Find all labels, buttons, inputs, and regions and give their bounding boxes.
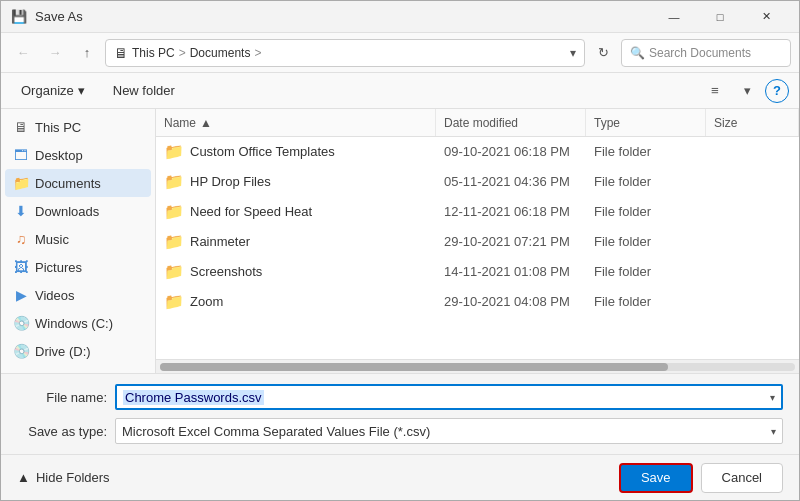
file-name-cell: 📁 Need for Speed Heat xyxy=(156,202,436,221)
save-as-dialog: 💾 Save As — □ ✕ ← → ↑ 🖥 This PC > Docume… xyxy=(0,0,800,501)
sidebar-item-this-pc[interactable]: 🖥 This PC xyxy=(5,113,151,141)
col-date-label: Date modified xyxy=(444,116,518,130)
savetype-value: Microsoft Excel Comma Separated Values F… xyxy=(122,424,430,439)
address-box[interactable]: 🖥 This PC > Documents > ▾ xyxy=(105,39,585,67)
file-name-cell: 📁 HP Drop Files xyxy=(156,172,436,191)
chevron-up-icon: ▲ xyxy=(17,470,30,485)
toolbar-right: ≡ ▾ ? xyxy=(701,77,789,105)
folder-icon: 📁 xyxy=(164,172,184,191)
col-header-type[interactable]: Type xyxy=(586,109,706,136)
sidebar-label-documents: Documents xyxy=(35,176,101,191)
table-row[interactable]: 📁 Rainmeter 29-10-2021 07:21 PM File fol… xyxy=(156,227,799,257)
organize-button[interactable]: Organize ▾ xyxy=(11,77,95,105)
file-type-cell: File folder xyxy=(586,264,706,279)
scrollbar-track xyxy=(160,363,795,371)
file-type-cell: File folder xyxy=(586,204,706,219)
folder-icon: 📁 xyxy=(164,232,184,251)
back-button[interactable]: ← xyxy=(9,39,37,67)
file-type-cell: File folder xyxy=(586,174,706,189)
sidebar-label-this-pc: This PC xyxy=(35,120,81,135)
file-name-cell: 📁 Zoom xyxy=(156,292,436,311)
col-header-name[interactable]: Name ▲ xyxy=(156,109,436,136)
file-name: Need for Speed Heat xyxy=(190,204,312,219)
file-date-cell: 29-10-2021 07:21 PM xyxy=(436,234,586,249)
minimize-button[interactable]: — xyxy=(651,1,697,33)
file-date-cell: 14-11-2021 01:08 PM xyxy=(436,264,586,279)
refresh-button[interactable]: ↻ xyxy=(589,39,617,67)
search-box[interactable]: 🔍 Search Documents xyxy=(621,39,791,67)
file-date-cell: 09-10-2021 06:18 PM xyxy=(436,144,586,159)
folder-icon: 📁 xyxy=(164,202,184,221)
help-button[interactable]: ? xyxy=(765,79,789,103)
titlebar: 💾 Save As — □ ✕ xyxy=(1,1,799,33)
filename-input[interactable]: Chrome Passwords.csv ▾ xyxy=(115,384,783,410)
savetype-label: Save as type: xyxy=(17,424,107,439)
sidebar: 🖥 This PC 🗔 Desktop 📁 Documents ⬇ Downlo… xyxy=(1,109,156,373)
file-date-cell: 29-10-2021 04:08 PM xyxy=(436,294,586,309)
sidebar-item-drive-d[interactable]: 💿 Drive (D:) xyxy=(5,337,151,365)
sort-button[interactable]: ▾ xyxy=(733,77,761,105)
col-type-label: Type xyxy=(594,116,620,130)
table-row[interactable]: 📁 Need for Speed Heat 12-11-2021 06:18 P… xyxy=(156,197,799,227)
close-button[interactable]: ✕ xyxy=(743,1,789,33)
downloads-icon: ⬇ xyxy=(13,203,29,219)
table-row[interactable]: 📁 HP Drop Files 05-11-2021 04:36 PM File… xyxy=(156,167,799,197)
folder-icon: 📁 xyxy=(164,262,184,281)
maximize-button[interactable]: □ xyxy=(697,1,743,33)
pictures-icon: 🖼 xyxy=(13,259,29,275)
bottom-form: File name: Chrome Passwords.csv ▾ Save a… xyxy=(1,373,799,454)
savetype-select[interactable]: Microsoft Excel Comma Separated Values F… xyxy=(115,418,783,444)
hide-folders-button[interactable]: ▲ Hide Folders xyxy=(17,470,110,485)
sidebar-item-pictures[interactable]: 🖼 Pictures xyxy=(5,253,151,281)
up-button[interactable]: ↑ xyxy=(73,39,101,67)
savetype-row: Save as type: Microsoft Excel Comma Sepa… xyxy=(17,418,783,444)
address-bar: ← → ↑ 🖥 This PC > Documents > ▾ ↻ 🔍 Sear… xyxy=(1,33,799,73)
file-type-cell: File folder xyxy=(586,144,706,159)
footer: ▲ Hide Folders Save Cancel xyxy=(1,454,799,500)
sidebar-item-videos[interactable]: ▶ Videos xyxy=(5,281,151,309)
address-dropdown-arrow[interactable]: ▾ xyxy=(570,46,576,60)
table-row[interactable]: 📁 Zoom 29-10-2021 04:08 PM File folder xyxy=(156,287,799,317)
file-name-cell: 📁 Screenshots xyxy=(156,262,436,281)
filename-dropdown-arrow: ▾ xyxy=(770,392,775,403)
sidebar-label-pictures: Pictures xyxy=(35,260,82,275)
file-name: Zoom xyxy=(190,294,223,309)
view-button[interactable]: ≡ xyxy=(701,77,729,105)
col-header-size[interactable]: Size xyxy=(706,109,799,136)
scrollbar-thumb xyxy=(160,363,668,371)
file-name: Screenshots xyxy=(190,264,262,279)
sidebar-label-drive-d: Drive (D:) xyxy=(35,344,91,359)
file-name-cell: 📁 Custom Office Templates xyxy=(156,142,436,161)
new-folder-button[interactable]: New folder xyxy=(103,77,185,105)
save-button[interactable]: Save xyxy=(619,463,693,493)
breadcrumb-thispc[interactable]: This PC xyxy=(132,46,175,60)
horizontal-scrollbar[interactable] xyxy=(156,359,799,373)
sidebar-item-music[interactable]: ♫ Music xyxy=(5,225,151,253)
file-type-cell: File folder xyxy=(586,294,706,309)
table-row[interactable]: 📁 Custom Office Templates 09-10-2021 06:… xyxy=(156,137,799,167)
search-icon: 🔍 xyxy=(630,46,645,60)
videos-icon: ▶ xyxy=(13,287,29,303)
table-row[interactable]: 📁 Screenshots 14-11-2021 01:08 PM File f… xyxy=(156,257,799,287)
path-icon: 🖥 xyxy=(114,45,128,61)
new-folder-label: New folder xyxy=(113,83,175,98)
sidebar-item-windows-c[interactable]: 💿 Windows (C:) xyxy=(5,309,151,337)
col-name-label: Name xyxy=(164,116,196,130)
sidebar-item-downloads[interactable]: ⬇ Downloads xyxy=(5,197,151,225)
file-name: Rainmeter xyxy=(190,234,250,249)
sort-arrow: ▲ xyxy=(200,116,212,130)
sidebar-item-desktop[interactable]: 🗔 Desktop xyxy=(5,141,151,169)
forward-button[interactable]: → xyxy=(41,39,69,67)
sidebar-item-documents[interactable]: 📁 Documents xyxy=(5,169,151,197)
drive-d-icon: 💿 xyxy=(13,343,29,359)
organize-dropdown-icon: ▾ xyxy=(78,83,85,98)
breadcrumb-documents[interactable]: Documents xyxy=(190,46,251,60)
cancel-button[interactable]: Cancel xyxy=(701,463,783,493)
file-list: 📁 Custom Office Templates 09-10-2021 06:… xyxy=(156,137,799,359)
sidebar-label-windows-c: Windows (C:) xyxy=(35,316,113,331)
sidebar-label-downloads: Downloads xyxy=(35,204,99,219)
hide-folders-label: Hide Folders xyxy=(36,470,110,485)
documents-icon: 📁 xyxy=(13,175,29,191)
col-header-date[interactable]: Date modified xyxy=(436,109,586,136)
search-placeholder: Search Documents xyxy=(649,46,751,60)
